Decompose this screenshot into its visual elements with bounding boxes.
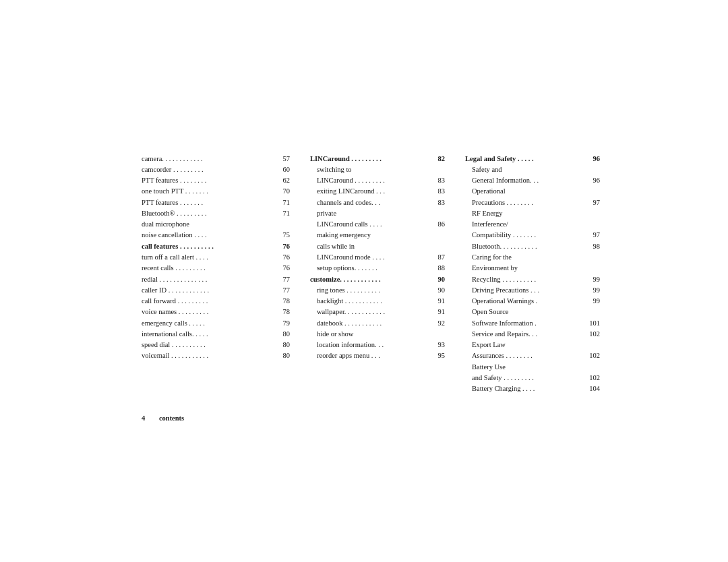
list-item: Bluetooth. . . . . . . . . . .98 xyxy=(465,241,600,252)
entry-text: Caring for the xyxy=(472,252,600,263)
entry-page-number: 101 xyxy=(585,318,600,329)
entry-text: LINCaround . . . . . . . . . xyxy=(317,175,427,186)
entry-text: recent calls . . . . . . . . . xyxy=(142,263,272,274)
list-item: LINCaround . . . . . . . . .83 xyxy=(310,175,445,186)
entry-page-number: 88 xyxy=(430,263,445,274)
entry-text: switching to xyxy=(317,164,445,175)
entry-page-number: 76 xyxy=(275,263,290,274)
list-item: Safety and xyxy=(465,164,600,175)
entry-text: redial . . . . . . . . . . . . . . xyxy=(142,274,272,285)
entry-text: speed dial . . . . . . . . . . xyxy=(142,340,272,350)
list-item: redial . . . . . . . . . . . . . .77 xyxy=(142,274,290,285)
footer: 4 contents xyxy=(142,414,586,422)
entry-page-number: 83 xyxy=(430,175,445,186)
list-item: ring tones . . . . . . . . . .90 xyxy=(310,285,445,296)
entry-text: hide or show xyxy=(317,329,445,340)
list-item: Legal and Safety . . . . .96 xyxy=(465,154,600,164)
list-item: hide or show xyxy=(310,329,445,340)
entry-page-number: 87 xyxy=(430,252,445,263)
entry-page-number: 90 xyxy=(430,274,445,285)
list-item: one touch PTT . . . . . . .70 xyxy=(142,186,290,197)
entry-page-number: 90 xyxy=(430,285,445,296)
list-item: caller ID . . . . . . . . . . . .77 xyxy=(142,285,290,296)
entry-text: and Safety . . . . . . . . . xyxy=(472,373,582,383)
entry-text: LINCaround calls . . . . xyxy=(317,219,427,230)
entry-page-number: 99 xyxy=(585,285,600,296)
entry-text: reorder apps menu . . . xyxy=(317,350,427,361)
entry-text: making emergency xyxy=(317,230,445,241)
entry-text: General Information. . . xyxy=(472,175,582,186)
entry-page-number: 75 xyxy=(275,230,290,241)
list-item: PTT features . . . . . . . .62 xyxy=(142,175,290,186)
list-item: making emergency xyxy=(310,230,445,241)
entry-text: Compatibility . . . . . . . xyxy=(472,230,582,241)
entry-text: customize. . . . . . . . . . . . xyxy=(310,274,427,285)
entry-page-number: 96 xyxy=(585,175,600,186)
list-item: Open Source xyxy=(465,307,600,317)
entry-page-number: 104 xyxy=(585,383,600,394)
entry-page-number: 76 xyxy=(275,252,290,263)
entry-text: Export Law xyxy=(472,340,600,350)
list-item: and Safety . . . . . . . . .102 xyxy=(465,373,600,383)
entry-page-number: 77 xyxy=(275,274,290,285)
column-3: Legal and Safety . . . . .96Safety andGe… xyxy=(465,154,600,395)
entry-text: voicemail . . . . . . . . . . . xyxy=(142,350,272,361)
entry-text: setup options. . . . . . . xyxy=(317,263,427,274)
list-item: Export Law xyxy=(465,340,600,350)
entry-text: Open Source xyxy=(472,307,600,317)
entry-page-number: 102 xyxy=(585,350,600,361)
entry-text: caller ID . . . . . . . . . . . . xyxy=(142,285,272,296)
entry-page-number: 102 xyxy=(585,329,600,340)
entry-text: Precautions . . . . . . . . xyxy=(472,197,582,208)
entry-page-number: 95 xyxy=(430,350,445,361)
list-item: emergency calls . . . . .79 xyxy=(142,318,290,329)
entry-text: PTT features . . . . . . . xyxy=(142,197,272,208)
list-item: international calls. . . . .80 xyxy=(142,329,290,340)
list-item: datebook . . . . . . . . . . .92 xyxy=(310,318,445,329)
list-item: wallpaper. . . . . . . . . . . .91 xyxy=(310,307,445,317)
list-item: Operational Warnings .99 xyxy=(465,296,600,307)
content-grid: camera. . . . . . . . . . . .57camcorder… xyxy=(142,154,586,395)
entry-page-number: 79 xyxy=(275,318,290,329)
entry-page-number: 71 xyxy=(275,208,290,219)
entry-text: Service and Repairs. . . xyxy=(472,329,582,340)
list-item: Precautions . . . . . . . .97 xyxy=(465,197,600,208)
page: camera. . . . . . . . . . . .57camcorder… xyxy=(101,113,627,449)
list-item: channels and codes. . .83 xyxy=(310,197,445,208)
entry-page-number: 62 xyxy=(275,175,290,186)
list-item: call features . . . . . . . . . .76 xyxy=(142,241,290,252)
footer-page-number: 4 xyxy=(142,414,145,422)
entry-text: calls while in xyxy=(317,241,445,252)
entry-text: Battery Charging . . . . xyxy=(472,383,582,394)
entry-text: international calls. . . . . xyxy=(142,329,272,340)
list-item: Battery Use xyxy=(465,362,600,373)
list-item: location information. . .93 xyxy=(310,340,445,350)
entry-page-number: 96 xyxy=(585,154,600,164)
entry-page-number: 71 xyxy=(275,197,290,208)
entry-page-number: 102 xyxy=(585,373,600,383)
entry-text: Battery Use xyxy=(472,362,600,373)
entry-page-number: 98 xyxy=(585,241,600,252)
entry-page-number: 76 xyxy=(275,241,290,252)
entry-text: dual microphone xyxy=(142,219,290,230)
entry-page-number: 80 xyxy=(275,340,290,350)
entry-page-number: 92 xyxy=(430,318,445,329)
entry-page-number: 60 xyxy=(275,164,290,175)
list-item: calls while in xyxy=(310,241,445,252)
entry-page-number: 83 xyxy=(430,197,445,208)
entry-page-number: 80 xyxy=(275,350,290,361)
entry-text: Recycling . . . . . . . . . . xyxy=(472,274,582,285)
entry-page-number: 99 xyxy=(585,296,600,307)
entry-text: PTT features . . . . . . . . xyxy=(142,175,272,186)
entry-page-number: 57 xyxy=(275,154,290,164)
list-item: exiting LINCaround . . .83 xyxy=(310,186,445,197)
entry-text: call features . . . . . . . . . . xyxy=(142,241,272,252)
list-item: speed dial . . . . . . . . . .80 xyxy=(142,340,290,350)
list-item: backlight . . . . . . . . . . .91 xyxy=(310,296,445,307)
entry-page-number: 97 xyxy=(585,197,600,208)
list-item: call forward . . . . . . . . .78 xyxy=(142,296,290,307)
entry-text: RF Energy xyxy=(472,208,600,219)
column-1: camera. . . . . . . . . . . .57camcorder… xyxy=(142,154,290,395)
entry-text: channels and codes. . . xyxy=(317,197,427,208)
entry-text: camcorder . . . . . . . . . xyxy=(142,164,272,175)
